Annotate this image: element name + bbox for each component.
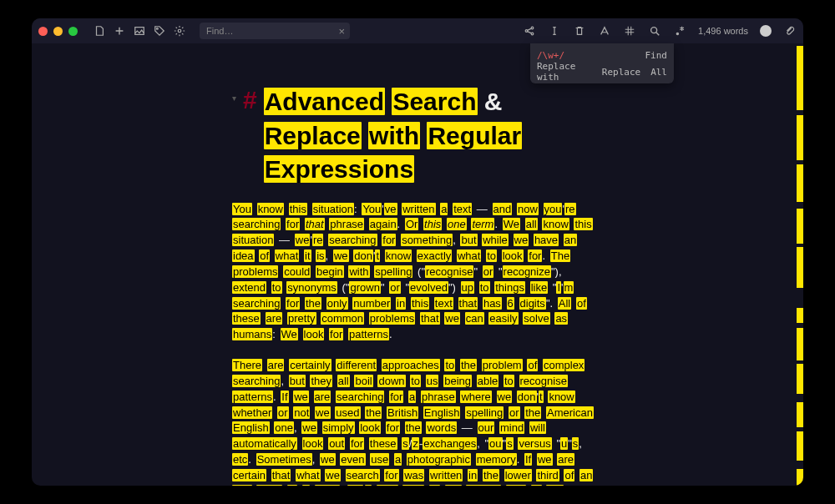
toolbar-right: 1,496 words <box>523 24 797 38</box>
gear-icon[interactable] <box>173 24 186 38</box>
close-window-button[interactable] <box>38 27 48 36</box>
toolbar: Find… × 1,496 words <box>32 18 803 43</box>
search-icon[interactable] <box>648 24 661 38</box>
paragraph-2: There are certainly different approaches… <box>232 358 596 486</box>
document-icon[interactable] <box>93 24 106 38</box>
svg-point-7 <box>676 33 678 34</box>
text-cursor-icon[interactable] <box>548 24 561 38</box>
paragraph-1: You know this situation: You've written … <box>232 202 596 344</box>
heading-marker: # <box>243 85 257 115</box>
svg-point-1 <box>157 28 159 30</box>
svg-point-2 <box>178 29 181 33</box>
app-window: Find… × 1,496 words /\w+/ Find Replace w… <box>32 18 803 486</box>
fold-triangle-icon[interactable]: ▾ <box>232 93 236 103</box>
match-scrollbar[interactable] <box>797 43 803 486</box>
clear-find-icon[interactable]: × <box>338 25 345 38</box>
word-count: 1,496 words <box>698 26 748 36</box>
svg-point-3 <box>525 30 528 33</box>
svg-point-4 <box>531 27 534 29</box>
tag-icon[interactable] <box>153 24 166 38</box>
svg-point-5 <box>531 33 534 35</box>
minimize-window-button[interactable] <box>53 27 63 36</box>
document-title: Advanced Search & Replace with Regular E… <box>264 85 596 187</box>
svg-point-6 <box>651 28 657 33</box>
trash-icon[interactable] <box>573 24 586 38</box>
maximize-window-button[interactable] <box>68 27 78 36</box>
regex-icon[interactable] <box>673 24 686 38</box>
share-icon[interactable] <box>523 24 536 38</box>
traffic-lights <box>38 27 78 36</box>
editor-viewport[interactable]: ▾ # Advanced Search & Replace with Regul… <box>32 43 797 486</box>
quick-find-input[interactable]: Find… × <box>200 23 350 39</box>
avatar[interactable] <box>760 25 772 37</box>
grid-icon[interactable] <box>623 24 636 38</box>
image-icon[interactable] <box>133 24 146 38</box>
add-icon[interactable] <box>113 24 126 38</box>
attachment-icon[interactable] <box>783 24 797 38</box>
quick-find-placeholder: Find… <box>206 26 233 36</box>
font-icon[interactable] <box>598 24 611 38</box>
